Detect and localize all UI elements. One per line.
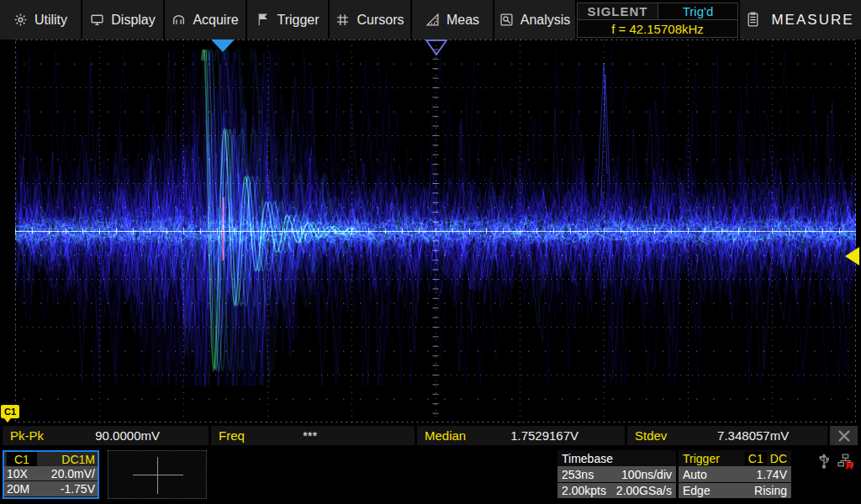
active-panel-label: MEASURE bbox=[771, 12, 853, 29]
menu-cursors-label: Cursors bbox=[357, 13, 404, 28]
measurement-pkpk[interactable]: Pk-Pk 90.0000mV bbox=[3, 426, 209, 445]
network-disconnected-icon bbox=[837, 454, 853, 470]
channel1-descriptor-box[interactable]: C1 DC1M 10X 20.0mV/ 20M -1.75V bbox=[3, 450, 99, 499]
trigger-flag-icon bbox=[256, 13, 270, 27]
measurement-value: 7.348057mV bbox=[717, 428, 789, 443]
add-channel-placeholder[interactable] bbox=[108, 450, 207, 499]
channel-name-badge: C1 bbox=[7, 452, 37, 466]
channel-offset: -1.75V bbox=[61, 482, 95, 496]
menu-analysis-label: Analysis bbox=[520, 13, 571, 28]
menu-trigger-label: Trigger bbox=[277, 13, 319, 28]
meas-ruler-icon bbox=[425, 13, 440, 27]
channel-probe: 10X bbox=[7, 467, 28, 480]
timebase-delay: 253ns bbox=[562, 468, 594, 481]
timebase-samplerate: 2.00GSa/s bbox=[616, 484, 672, 497]
waveform-display-area: C1 bbox=[0, 39, 861, 423]
plus-icon bbox=[133, 475, 183, 475]
brand-logo: SIGLENT bbox=[578, 3, 658, 19]
channel-coupling: DC1M bbox=[61, 453, 95, 466]
top-menu-bar: Utility Display Acquire Trigger Cursors … bbox=[0, 0, 861, 39]
trigger-title: Trigger bbox=[683, 452, 720, 465]
trigger-frequency-readout: f = 42.15708kHz bbox=[578, 20, 737, 37]
measurement-label: Freq bbox=[211, 428, 303, 443]
measurement-strip: Pk-Pk 90.0000mV Freq *** Median 1.752916… bbox=[0, 426, 861, 445]
menu-meas-label: Meas bbox=[446, 13, 479, 28]
trigger-coupling: DC bbox=[770, 452, 787, 465]
measurement-label: Stdev bbox=[627, 428, 717, 443]
menu-cursors[interactable]: Cursors bbox=[330, 0, 410, 39]
measurement-label: Pk-Pk bbox=[3, 428, 95, 443]
trigger-delay-marker[interactable] bbox=[211, 39, 235, 52]
active-panel-button[interactable]: MEASURE bbox=[740, 0, 861, 39]
bottom-status-bar: C1 DC1M 10X 20.0mV/ 20M -1.75V Timebase … bbox=[0, 448, 861, 504]
measurement-freq[interactable]: Freq *** bbox=[211, 426, 415, 445]
usb-icon bbox=[817, 453, 831, 470]
trigger-level-marker[interactable] bbox=[845, 247, 859, 265]
measurement-close-button[interactable] bbox=[830, 426, 858, 445]
trigger-status-badge: Trig'd bbox=[658, 3, 737, 19]
close-icon bbox=[837, 430, 851, 442]
trigger-mode: Auto bbox=[683, 468, 707, 481]
menu-display-label: Display bbox=[111, 13, 155, 28]
menu-acquire-label: Acquire bbox=[193, 13, 238, 28]
measurement-value: 1.7529167V bbox=[510, 428, 578, 443]
display-icon bbox=[90, 13, 104, 27]
clipboard-icon bbox=[747, 12, 759, 28]
menu-utility[interactable]: Utility bbox=[0, 0, 81, 39]
measurement-value: 90.0000mV bbox=[95, 428, 160, 443]
measurement-label: Median bbox=[417, 428, 510, 443]
gear-icon bbox=[13, 13, 28, 27]
timebase-descriptor-box[interactable]: Timebase 253ns 100ns/div 2.00kpts 2.00GS… bbox=[557, 450, 676, 499]
trigger-source: C1 bbox=[745, 452, 767, 465]
measurement-value: *** bbox=[303, 428, 318, 443]
timebase-memdepth: 2.00kpts bbox=[562, 484, 606, 497]
trigger-slope: Rising bbox=[754, 484, 787, 497]
trigger-type: Edge bbox=[683, 484, 710, 497]
measurement-stdev[interactable]: Stdev 7.348057mV bbox=[627, 426, 827, 445]
channel-bandwidth: 20M bbox=[7, 482, 29, 496]
menu-display[interactable]: Display bbox=[82, 0, 163, 39]
status-box: SIGLENT Trig'd f = 42.15708kHz bbox=[577, 3, 738, 38]
channel-scale: 20.0mV/ bbox=[51, 467, 95, 480]
menu-analysis[interactable]: Analysis bbox=[494, 0, 575, 39]
menu-trigger[interactable]: Trigger bbox=[247, 0, 328, 39]
measurement-median[interactable]: Median 1.7529167V bbox=[417, 426, 625, 445]
timebase-title: Timebase bbox=[562, 452, 613, 465]
trigger-level: 1.74V bbox=[756, 468, 787, 481]
menu-meas[interactable]: Meas bbox=[412, 0, 493, 39]
channel-offset-marker[interactable]: C1 bbox=[1, 405, 19, 418]
menu-acquire[interactable]: Acquire bbox=[165, 0, 246, 39]
menu-utility-label: Utility bbox=[34, 13, 67, 28]
menu-items: Utility Display Acquire Trigger Cursors … bbox=[0, 0, 577, 39]
plus-icon bbox=[157, 457, 158, 494]
trigger-descriptor-box[interactable]: Trigger C1 DC Auto 1.74V Edge Rising bbox=[679, 450, 791, 499]
acquire-icon bbox=[172, 13, 186, 27]
waveform-canvas[interactable] bbox=[15, 39, 856, 423]
trigger-position-marker[interactable] bbox=[425, 39, 447, 55]
timebase-scale: 100ns/div bbox=[621, 468, 672, 481]
cursors-icon bbox=[335, 13, 350, 27]
analysis-icon bbox=[499, 13, 514, 27]
